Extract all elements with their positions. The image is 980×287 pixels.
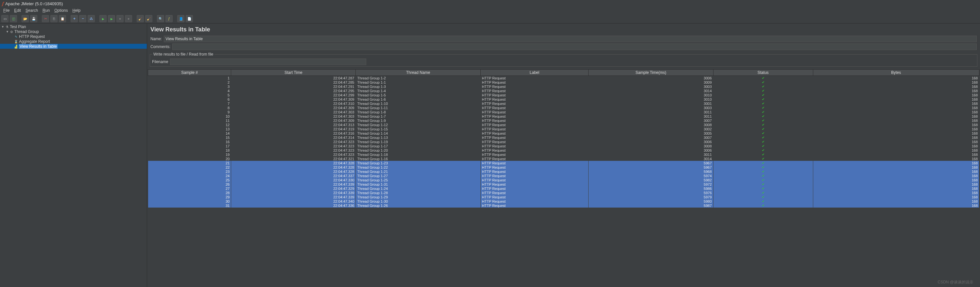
col-sample-[interactable]: Sample # — [148, 70, 231, 76]
col-thread-name[interactable]: Thread Name — [356, 70, 480, 76]
copy-icon[interactable] — [50, 15, 57, 22]
cell: ✔ — [713, 101, 813, 106]
plus-icon[interactable] — [71, 15, 78, 22]
table-row[interactable]: 2922:04:47.339Thread Group 1-29HTTP Requ… — [148, 195, 979, 199]
cell: 168 — [813, 131, 979, 135]
table-row[interactable]: 622:04:47.309Thread Group 1-6HTTP Reques… — [148, 97, 979, 101]
tree-http-request[interactable]: HTTP Request — [0, 34, 147, 39]
menu-search[interactable]: Search — [24, 8, 40, 13]
name-input[interactable] — [164, 36, 977, 42]
col-start-time[interactable]: Start Time — [231, 70, 356, 76]
table-row[interactable]: 2822:04:47.339Thread Group 1-28HTTP Requ… — [148, 190, 979, 195]
tree-thread-group[interactable]: ▼Thread Group — [0, 29, 147, 34]
toolbar — [0, 14, 980, 24]
table-row[interactable]: 922:04:47.303Thread Group 1-8HTTP Reques… — [148, 110, 979, 114]
cell: 22:04:47.295 — [231, 89, 356, 93]
table-row[interactable]: 3122:04:47.336Thread Group 1-26HTTP Requ… — [148, 203, 979, 208]
cell: ✔ — [713, 76, 813, 81]
search-icon[interactable] — [157, 15, 164, 22]
cell: Thread Group 1-17 — [356, 144, 480, 148]
new-icon[interactable] — [1, 15, 8, 22]
menu-run[interactable]: Run — [41, 8, 52, 13]
table-row[interactable]: 1422:04:47.316Thread Group 1-14HTTP Requ… — [148, 131, 979, 135]
table-row[interactable]: 1222:04:47.313Thread Group 1-12HTTP Requ… — [148, 122, 979, 127]
function-helper-icon[interactable] — [165, 15, 173, 22]
tree-view-results-table[interactable]: View Results in Table — [0, 44, 147, 49]
menubar: FileEditSearchRunOptionsHelp — [0, 7, 980, 14]
start-no-timers-icon[interactable] — [108, 15, 115, 22]
twisty-icon[interactable]: ▼ — [6, 30, 9, 33]
cell: 16 — [148, 140, 231, 144]
paste-icon[interactable] — [59, 15, 66, 22]
filename-input[interactable] — [170, 59, 366, 65]
tree-thread-group-icon — [9, 29, 14, 34]
open-icon[interactable] — [22, 15, 29, 22]
comments-input[interactable] — [172, 43, 977, 50]
table-row[interactable]: 1322:04:47.319Thread Group 1-15HTTP Requ… — [148, 127, 979, 131]
cell: HTTP Request — [480, 97, 588, 101]
templates-icon[interactable] — [10, 15, 17, 22]
toggle-icon[interactable] — [88, 15, 95, 22]
col-label[interactable]: Label — [480, 70, 588, 76]
menu-file[interactable]: File — [1, 8, 11, 13]
save-icon[interactable] — [30, 15, 37, 22]
clear-icon — [138, 16, 142, 21]
col-status[interactable]: Status — [713, 70, 813, 76]
stop-icon[interactable] — [116, 15, 124, 22]
col-sample-time-ms-[interactable]: Sample Time(ms) — [589, 70, 713, 76]
table-row[interactable]: 2422:04:47.337Thread Group 1-27HTTP Requ… — [148, 174, 979, 178]
cell: Thread Group 1-3 — [356, 84, 480, 89]
table-row[interactable]: 1522:04:47.314Thread Group 1-13HTTP Requ… — [148, 135, 979, 140]
cell: 168 — [813, 165, 979, 169]
minus-icon[interactable] — [79, 15, 86, 22]
table-row[interactable]: 722:04:47.310Thread Group 1-10HTTP Reque… — [148, 101, 979, 106]
table-row[interactable]: 422:04:47.295Thread Group 1-4HTTP Reques… — [148, 89, 979, 93]
cell: 5967 — [589, 161, 713, 165]
table-row[interactable]: 822:04:47.309Thread Group 1-11HTTP Reque… — [148, 106, 979, 110]
table-row[interactable]: 2622:04:47.339Thread Group 1-31HTTP Requ… — [148, 182, 979, 186]
cell: 22:04:47.323 — [231, 140, 356, 144]
table-row[interactable]: 122:04:47.287Thread Group 1-2HTTP Reques… — [148, 76, 979, 81]
col-bytes[interactable]: Bytes — [813, 70, 979, 76]
cell: 3010 — [589, 97, 713, 101]
table-row[interactable]: 2022:04:47.321Thread Group 1-16HTTP Requ… — [148, 157, 979, 161]
table-row[interactable]: 222:04:47.285Thread Group 1-1HTTP Reques… — [148, 80, 979, 84]
open-icon — [23, 16, 27, 21]
table-row[interactable]: 322:04:47.291Thread Group 1-3HTTP Reques… — [148, 84, 979, 89]
twisty-icon[interactable]: ▼ — [1, 25, 5, 29]
table-row[interactable]: 2222:04:47.328Thread Group 1-22HTTP Requ… — [148, 165, 979, 169]
table-row[interactable]: 1022:04:47.303Thread Group 1-7HTTP Reque… — [148, 114, 979, 118]
tree-test-plan[interactable]: ▼Test Plan — [0, 24, 147, 29]
table-row[interactable]: 522:04:47.299Thread Group 1-5HTTP Reques… — [148, 93, 979, 97]
tree-aggregate-report[interactable]: Aggregate Report — [0, 39, 147, 44]
table-row[interactable]: 2522:04:47.330Thread Group 1-25HTTP Requ… — [148, 178, 979, 182]
cell: Thread Group 1-18 — [356, 152, 480, 157]
menu-options[interactable]: Options — [52, 8, 70, 13]
table-row[interactable]: 1722:04:47.323Thread Group 1-17HTTP Requ… — [148, 144, 979, 148]
cell: 168 — [813, 203, 979, 208]
table-row[interactable]: 1922:04:47.323Thread Group 1-18HTTP Requ… — [148, 152, 979, 157]
start-icon[interactable] — [99, 15, 107, 22]
table-row[interactable]: 2122:04:47.328Thread Group 1-23HTTP Requ… — [148, 161, 979, 165]
table-row[interactable]: 1822:04:47.323Thread Group 1-20HTTP Requ… — [148, 148, 979, 152]
help2-icon[interactable] — [186, 15, 193, 22]
table-row[interactable]: 1622:04:47.323Thread Group 1-19HTTP Requ… — [148, 140, 979, 144]
table-row[interactable]: 3022:04:47.340Thread Group 1-30HTTP Requ… — [148, 199, 979, 203]
status-ok-icon: ✔ — [762, 119, 765, 122]
table-row[interactable]: 1122:04:47.309Thread Group 1-9HTTP Reque… — [148, 118, 979, 122]
menu-help[interactable]: Help — [71, 8, 83, 13]
cell: HTTP Request — [480, 195, 588, 199]
tree-test-plan-icon — [5, 24, 9, 29]
status-ok-icon: ✔ — [762, 97, 765, 101]
cut-icon[interactable] — [42, 15, 49, 22]
results-table-wrap[interactable]: Sample #Start TimeThread NameLabelSample… — [148, 69, 979, 287]
status-ok-icon: ✔ — [762, 200, 765, 203]
table-row[interactable]: 2322:04:47.328Thread Group 1-21HTTP Requ… — [148, 169, 979, 174]
clear-all-icon[interactable] — [145, 15, 153, 22]
clear-icon[interactable] — [137, 15, 144, 22]
shutdown-icon[interactable] — [125, 15, 132, 22]
menu-edit[interactable]: Edit — [12, 8, 23, 13]
table-row[interactable]: 2722:04:47.329Thread Group 1-24HTTP Requ… — [148, 186, 979, 190]
help-icon[interactable] — [177, 15, 185, 22]
cell: Thread Group 1-31 — [356, 182, 480, 186]
